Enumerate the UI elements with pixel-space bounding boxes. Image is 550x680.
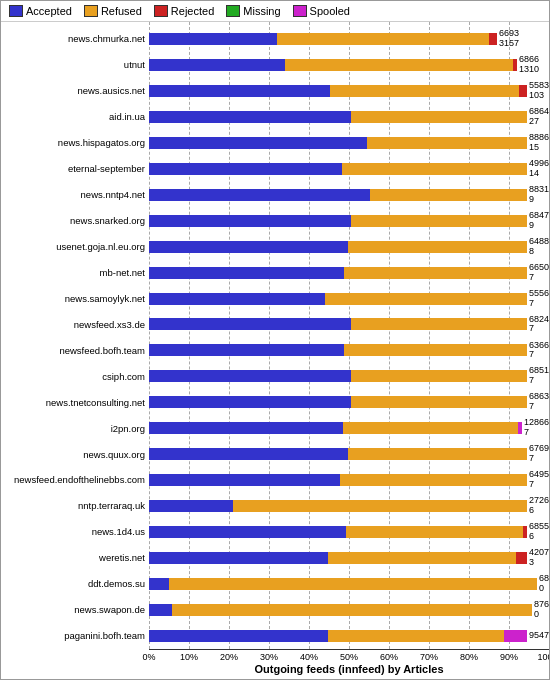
- x-tick-label: 40%: [300, 652, 318, 662]
- bar-value-label: 68637: [529, 392, 549, 412]
- bar-value-secondary: 7: [529, 273, 549, 283]
- legend-color-missing: [226, 5, 240, 17]
- bar-segment-refused: [351, 396, 527, 408]
- bar-value-secondary: 7: [529, 480, 549, 490]
- bar-segment-refused: [351, 370, 527, 382]
- bar-segment-accepted: [149, 215, 351, 227]
- bar-row: 42073: [149, 550, 549, 566]
- bar-value-secondary: 7: [529, 324, 549, 334]
- bar-value-label: 68661310: [519, 55, 539, 75]
- bar-value-secondary: 7: [529, 402, 549, 412]
- bar-segment-accepted: [149, 370, 351, 382]
- row-label: news.quux.org: [5, 449, 145, 460]
- bar-segment-accepted: [149, 111, 351, 123]
- x-tick-label: 90%: [500, 652, 518, 662]
- row-label: ddt.demos.su: [5, 578, 145, 589]
- bar-value-secondary: 7: [524, 428, 549, 438]
- bar-value-label: 128667: [524, 418, 549, 438]
- legend-label-refused: Refused: [101, 5, 142, 17]
- legend-label-rejected: Rejected: [171, 5, 214, 17]
- bar-segment-accepted: [149, 59, 285, 71]
- x-axis: 0%10%20%30%40%50%60%70%80%90%100% Outgoi…: [149, 649, 549, 679]
- row-label: weretis.net: [5, 552, 145, 563]
- bar-value-secondary: 15: [529, 143, 549, 153]
- x-ticks: 0%10%20%30%40%50%60%70%80%90%100%: [149, 649, 549, 661]
- legend-item-refused: Refused: [84, 5, 142, 17]
- x-tick-label: 20%: [220, 652, 238, 662]
- bar-segment-accepted: [149, 552, 328, 564]
- bar-value-secondary: 14: [529, 169, 549, 179]
- bar-segment-refused: [325, 293, 527, 305]
- bar-segment-refused: [343, 422, 518, 434]
- bar-segment-accepted: [149, 267, 344, 279]
- legend-label-missing: Missing: [243, 5, 280, 17]
- bar-segment-accepted: [149, 293, 325, 305]
- x-axis-title: Outgoing feeds (innfeed) by Articles: [149, 663, 549, 675]
- bar-value-label: 66933157: [499, 29, 519, 49]
- bar-value-label: 68479: [529, 211, 549, 231]
- x-tick-label: 60%: [380, 652, 398, 662]
- bar-value-secondary: 7: [529, 376, 549, 386]
- row-label: newsfeed.bofh.team: [5, 345, 145, 356]
- bar-value-secondary: 6: [529, 532, 549, 542]
- bar-row: 68479: [149, 213, 549, 229]
- bar-segment-refused: [370, 189, 527, 201]
- bar-row: 55567: [149, 291, 549, 307]
- row-label: news.chmurka.net: [5, 33, 145, 44]
- bar-segment-refused: [277, 33, 489, 45]
- row-label: eternal-september: [5, 163, 145, 174]
- legend-label-accepted: Accepted: [26, 5, 72, 17]
- x-tick-label: 70%: [420, 652, 438, 662]
- row-label: news.samoylyk.net: [5, 293, 145, 304]
- bar-value-label: 63667: [529, 341, 549, 361]
- x-tick-label: 50%: [340, 652, 358, 662]
- bars-area: 6693315768661310558310368642788861549961…: [149, 22, 549, 679]
- bar-value-label: 686427: [529, 107, 549, 127]
- row-label: news.nntp4.net: [5, 189, 145, 200]
- bar-row: 68637: [149, 394, 549, 410]
- bar-row: 68661310: [149, 57, 549, 73]
- bar-segment-accepted: [149, 578, 169, 590]
- bar-segment-refused: [344, 267, 527, 279]
- row-label: usenet.goja.nl.eu.org: [5, 241, 145, 252]
- bar-row: 66507: [149, 265, 549, 281]
- bar-value-label: 888615: [529, 133, 549, 153]
- bar-segment-refused: [330, 85, 519, 97]
- bar-value-label: 42073: [529, 548, 549, 568]
- bar-row: 64888: [149, 239, 549, 255]
- x-tick-label: 100%: [537, 652, 549, 662]
- bar-value-label: 27266: [529, 496, 549, 516]
- bar-row: 68556: [149, 524, 549, 540]
- row-label: aid.in.ua: [5, 111, 145, 122]
- bar-value-label: 67697: [529, 444, 549, 464]
- legend-label-spooled: Spooled: [310, 5, 350, 17]
- bar-value-label: 64888: [529, 237, 549, 257]
- bar-segment-rejected: [523, 526, 527, 538]
- bar-value-label: 68247: [529, 315, 549, 335]
- labels-column: news.chmurka.netutnutnews.ausics.netaid.…: [1, 22, 149, 679]
- bar-segment-rejected: [516, 552, 527, 564]
- bar-value-secondary: 6: [529, 506, 549, 516]
- bar-row: 63667: [149, 342, 549, 358]
- row-label: news.hispagatos.org: [5, 137, 145, 148]
- bar-segment-accepted: [149, 85, 330, 97]
- bar-row: 64957: [149, 472, 549, 488]
- bar-segment-refused: [340, 474, 527, 486]
- legend-item-rejected: Rejected: [154, 5, 214, 17]
- row-label: paganini.bofh.team: [5, 630, 145, 641]
- legend-color-refused: [84, 5, 98, 17]
- bar-segment-refused: [328, 630, 504, 642]
- bar-value-secondary: 103: [529, 91, 549, 101]
- row-label: news.tnetconsulting.net: [5, 397, 145, 408]
- bar-value-secondary: 3157: [499, 39, 519, 49]
- bar-segment-rejected: [519, 85, 527, 97]
- legend-item-accepted: Accepted: [9, 5, 72, 17]
- bar-segment-refused: [344, 344, 527, 356]
- row-label: news.ausics.net: [5, 85, 145, 96]
- chart-container: AcceptedRefusedRejectedMissingSpooled ne…: [0, 0, 550, 680]
- row-label: csiph.com: [5, 371, 145, 382]
- bar-value-secondary: 3: [529, 558, 549, 568]
- legend-color-spooled: [293, 5, 307, 17]
- bar-segment-refused: [169, 578, 537, 590]
- bar-value-label: 66507: [529, 263, 549, 283]
